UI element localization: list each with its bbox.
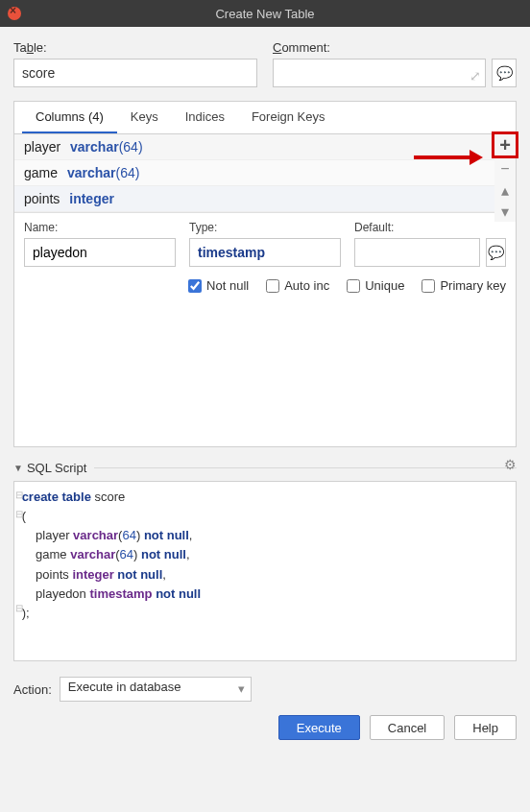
column-list: player varchar(64) game varchar(64) poin… (14, 134, 516, 212)
column-type: varchar (70, 139, 119, 155)
column-default-input[interactable] (354, 238, 480, 267)
speech-bubble-icon: 💬 (496, 65, 513, 81)
tab-keys[interactable]: Keys (117, 102, 172, 133)
default-label: Default: (354, 221, 506, 234)
fold-icon: ⊟ (15, 507, 23, 522)
comment-input[interactable]: ⤢ (273, 59, 486, 87)
fold-icon: ⊟ (15, 488, 23, 503)
sql-editor[interactable]: ⊟ ⊟ ⊟ create table score ( player varcha… (13, 481, 517, 661)
unique-checkbox[interactable]: Unique (347, 278, 404, 293)
window-title: Create New Table (215, 7, 314, 21)
tab-indices[interactable]: Indices (172, 102, 238, 133)
column-row[interactable]: game varchar(64) (14, 160, 516, 186)
fold-icon: ⊟ (15, 601, 23, 616)
autoinc-checkbox[interactable]: Auto inc (266, 278, 329, 293)
move-up-button[interactable]: ▴ (494, 179, 516, 201)
remove-column-button[interactable]: − (494, 158, 516, 179)
primarykey-checkbox[interactable]: Primary key (422, 278, 506, 293)
table-label: Table: (13, 40, 257, 55)
action-label: Action: (13, 682, 52, 697)
column-row[interactable]: player varchar(64) (14, 134, 516, 160)
window-close-button[interactable] (8, 7, 21, 20)
execute-button[interactable]: Execute (278, 715, 360, 740)
type-label: Type: (189, 221, 341, 234)
tab-columns[interactable]: Columns (4) (22, 102, 117, 133)
column-size: 64 (120, 165, 135, 180)
default-dialog-button[interactable]: 💬 (486, 238, 506, 267)
gear-icon: ⚙ (504, 457, 517, 472)
speech-bubble-icon: 💬 (488, 245, 504, 260)
column-type: varchar (67, 165, 116, 180)
help-button[interactable]: Help (454, 715, 517, 740)
sql-script-label: SQL Script (27, 461, 86, 475)
comment-dialog-button[interactable]: 💬 (492, 59, 517, 87)
add-column-button[interactable]: + (492, 131, 518, 158)
column-row[interactable]: points integer (14, 186, 516, 212)
column-type-input[interactable] (189, 238, 341, 267)
move-down-button[interactable]: ▾ (494, 201, 516, 222)
name-label: Name: (24, 221, 176, 234)
settings-button[interactable]: ⚙ (504, 457, 517, 472)
tab-foreign-keys[interactable]: Foreign Keys (238, 102, 339, 133)
column-name: game (24, 165, 58, 180)
column-name: points (24, 191, 60, 206)
column-type: integer (69, 191, 114, 206)
table-name-input[interactable] (13, 59, 257, 87)
action-select[interactable]: Execute in database (60, 677, 252, 702)
expand-icon: ⤢ (470, 68, 481, 84)
notnull-checkbox[interactable]: Not null (188, 278, 249, 293)
cancel-button[interactable]: Cancel (370, 715, 445, 740)
tabs: Columns (4) Keys Indices Foreign Keys (14, 102, 516, 134)
collapse-toggle[interactable]: ▼ (13, 463, 23, 473)
comment-label: Comment: (273, 40, 517, 55)
column-name: player (24, 139, 60, 155)
column-name-input[interactable] (24, 238, 176, 267)
empty-area (14, 302, 516, 446)
column-size: 64 (123, 139, 138, 155)
